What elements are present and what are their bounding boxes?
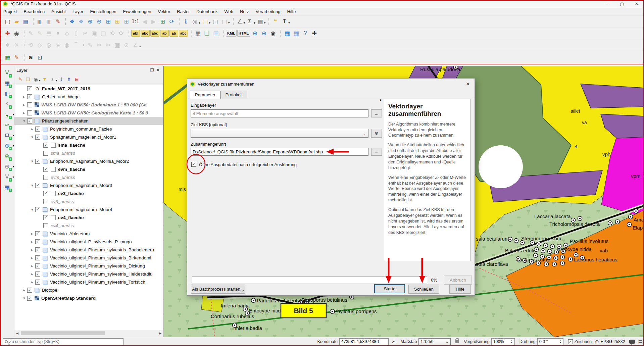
label-move-icon[interactable]: ab (169, 30, 178, 37)
style-manager-icon[interactable]: ✎ (54, 17, 62, 26)
layer-tree-item[interactable]: ▾✓Eriophorum_vaginatum_Moor3 (14, 181, 163, 189)
filter-expression-icon[interactable]: ε (49, 76, 56, 83)
measure-icon[interactable]: ∠ (236, 17, 244, 26)
layer-visibility-checkbox[interactable]: ✓ (43, 191, 48, 196)
output-browse-button[interactable]: ... (371, 148, 382, 156)
measure-icon-dropdown[interactable]: ▾ (244, 21, 245, 24)
expander-icon[interactable]: ▸ (21, 103, 27, 107)
identify-features-icon[interactable]: ℹ (182, 17, 190, 26)
rotate-feature-icon[interactable]: ⟲ (27, 41, 35, 49)
layer-visibility-checkbox[interactable]: ✓ (27, 94, 32, 99)
add-part-icon[interactable]: ◈ (54, 41, 62, 49)
layer-visibility-checkbox[interactable]: ✓ (35, 280, 40, 285)
collapse-all-icon[interactable]: ⇑ (65, 76, 73, 83)
expander-icon[interactable]: ▾ (29, 159, 35, 163)
layer-visibility-checkbox[interactable] (27, 110, 32, 115)
preview-mode-icon[interactable]: ◉ (12, 29, 21, 38)
map-tips-icon[interactable]: ❝ (271, 17, 280, 26)
menu-web[interactable]: Web (221, 8, 237, 15)
target-crs-combo[interactable]: ⌄ (191, 129, 368, 138)
expander-icon[interactable]: ▾ (29, 207, 35, 212)
layer-tree-item[interactable]: sma_umriss (14, 149, 163, 157)
layer-visibility-checkbox[interactable]: ✓ (35, 271, 40, 277)
coordinate-toggle-icon[interactable]: ✂ (392, 339, 396, 344)
filter-legend-icon[interactable]: ▼ (41, 76, 49, 83)
layer-tree-item[interactable]: ▾✓Pflanzengesellschaften (14, 117, 163, 125)
cut-features-icon[interactable]: ✂ (81, 29, 89, 38)
layer-tree-item[interactable]: ▸WMS LGRB-BW GK50: Geologische Karte 1 :… (14, 109, 163, 117)
delete-selected-icon[interactable]: ▯ (72, 29, 80, 38)
layer-tree-item[interactable]: evm_umriss (14, 173, 163, 181)
expander-icon[interactable]: ▸ (29, 240, 35, 244)
select-features-icon[interactable]: ▢ (201, 17, 209, 26)
layer-visibility-checkbox[interactable]: ✓ (43, 215, 48, 220)
coordinate-input[interactable] (341, 339, 387, 344)
manage-map-themes-icon-dropdown[interactable]: ▾ (39, 79, 41, 82)
filter-expression-icon-dropdown[interactable]: ▾ (56, 79, 57, 82)
layer-tree-hscrollbar[interactable]: ◀ ▶ (14, 330, 163, 336)
layer-visibility-checkbox[interactable]: ✓ (35, 247, 40, 252)
menu-projekt[interactable]: Projekt (0, 8, 20, 15)
expander-icon[interactable]: ▸ (29, 272, 35, 276)
layer-visibility-checkbox[interactable]: ✓ (35, 231, 40, 236)
add-vector-layer-icon[interactable]: V (3, 68, 11, 77)
expander-icon[interactable]: ▸ (29, 232, 35, 236)
expander-icon[interactable]: ▾ (21, 119, 27, 123)
layer-tree-item[interactable]: ▸✓Gebiet_und_Wege (14, 93, 163, 101)
layer-tree-item[interactable]: ▸✓Vaccinio_uliginosi_P_sylvestris_P_mugo (14, 238, 163, 246)
label-highlight-icon[interactable]: ab (160, 30, 169, 37)
layer-tree-item[interactable]: ✓ev4_flaeche (14, 213, 163, 221)
select-features-icon-dropdown[interactable]: ▾ (209, 21, 211, 24)
batch-process-button[interactable]: Als Batchprozess starten... (191, 285, 245, 294)
render-checkbox[interactable]: ✓ (568, 339, 573, 344)
add-raster-layer-icon[interactable]: ▦ (3, 79, 11, 88)
open-output-checkbox[interactable]: ✓ (191, 162, 196, 167)
layer-visibility-checkbox[interactable]: ✓ (35, 135, 40, 140)
html-export-icon[interactable]: HTML (237, 30, 250, 37)
pan-to-selection-icon[interactable]: ❖ (77, 17, 85, 26)
grid-icon[interactable]: ▦ (283, 29, 291, 38)
add-wcs-layer-icon[interactable]: ⊕▾ (3, 162, 11, 171)
layer-visibility-checkbox[interactable] (43, 175, 48, 180)
spinner-icons[interactable]: ▲▼ (511, 340, 513, 344)
expander-icon[interactable]: ▸ (29, 264, 35, 268)
layer-visibility-checkbox[interactable]: ✓ (35, 159, 40, 164)
magnifier-field[interactable]: 100% ▲▼ (491, 338, 515, 345)
layer-tree-item[interactable]: ✓⊙Funde_WT_2017_2019 (14, 85, 163, 93)
delete-part-icon[interactable]: ✕ (12, 41, 21, 49)
vertex-tool-icon[interactable]: ◇ (63, 29, 71, 38)
layer-visibility-checkbox[interactable] (43, 151, 48, 156)
trim-extend-icon[interactable]: ∠ (131, 41, 140, 49)
maximize-button[interactable]: ▢ (614, 0, 629, 8)
fill-ring-icon[interactable]: ◉ (63, 41, 71, 49)
save-edits-icon[interactable]: ▤ (45, 29, 53, 38)
tab-protokoll[interactable]: Protokoll (220, 91, 248, 99)
open-project-icon[interactable]: ▰ (12, 17, 21, 26)
layer-visibility-checkbox[interactable]: ✓ (27, 296, 32, 301)
layer-tree-item[interactable]: ▸✓Vaccinio_uliginosi_Pinetum_sylvestris_… (14, 246, 163, 254)
label-pin-icon[interactable]: abc (150, 30, 159, 37)
zoom-next-icon[interactable]: ▶ (149, 17, 158, 26)
menu-layer[interactable]: Layer (69, 8, 87, 15)
refresh-map-icon[interactable]: ⟳ (167, 17, 176, 26)
symbol-swatch[interactable] (51, 143, 56, 148)
bookmarks-icon-dropdown[interactable]: ▾ (264, 21, 266, 24)
crs-picker-button[interactable]: ⊕ (371, 129, 382, 138)
locator-search[interactable] (3, 338, 123, 345)
add-delimited-text-icon[interactable]: ❟▾ (3, 110, 11, 119)
pan-map-icon[interactable]: ❖ (68, 17, 76, 26)
save-project-icon[interactable]: ▤ (21, 17, 30, 26)
bookmarks-icon[interactable]: ▤ (256, 17, 264, 26)
layer-tree-item[interactable]: ▸✓Polytrichum_commune_Fazies (14, 125, 163, 133)
scroll-left-icon[interactable]: ◀ (14, 332, 20, 335)
toggle-editing-icon[interactable]: ✎ (36, 29, 44, 38)
expander-icon[interactable]: ▸ (21, 111, 27, 115)
layer-visibility-checkbox[interactable]: ✓ (35, 239, 40, 244)
label-abl-icon[interactable]: abl (131, 30, 140, 37)
add-mesh-layer-icon[interactable]: ◧ (3, 89, 11, 98)
new-project-icon[interactable]: ▢ (3, 17, 12, 26)
statistics-icon-dropdown[interactable]: ▾ (254, 21, 255, 24)
expander-icon[interactable]: ▸ (29, 280, 35, 284)
panel-close-icon[interactable]: ✕ (155, 68, 161, 72)
kml-export-icon[interactable]: KML (226, 30, 237, 37)
